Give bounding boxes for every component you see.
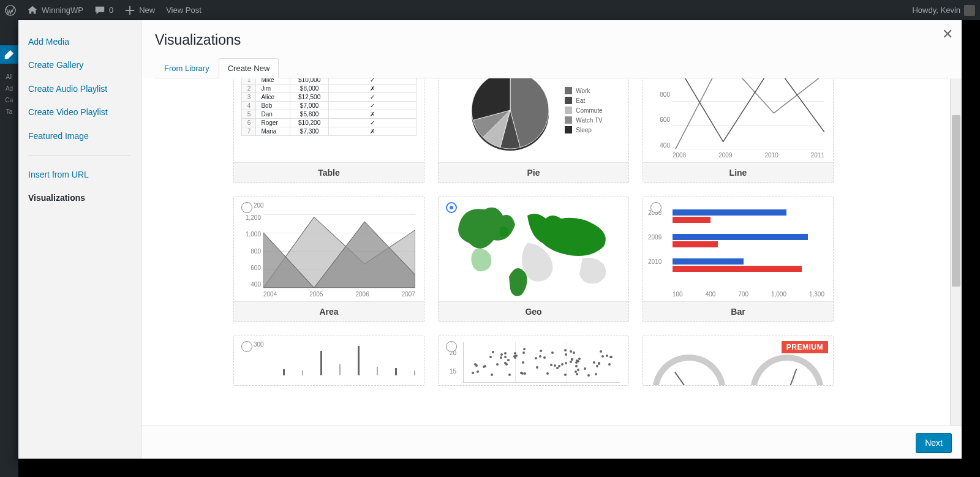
view-post-label: View Post <box>166 6 202 15</box>
view-post-link[interactable]: View Post <box>166 6 202 15</box>
new-link[interactable]: New <box>124 5 155 16</box>
menu-text: Ca <box>6 97 13 103</box>
axis-y-ticks: 1,2001,000800600400 <box>236 214 261 288</box>
axis-y-ticks: 1,000800600400 <box>646 78 670 149</box>
line-chart-icon <box>673 78 824 149</box>
sidebar-item-add-media[interactable]: Add Media <box>18 30 141 53</box>
tick-label: 200 <box>254 202 264 209</box>
tile-line[interactable]: 1,000800600400 2008200920102011 Line <box>643 78 834 183</box>
tabs: From Library Create New <box>155 58 948 78</box>
tile-label: Line <box>643 162 833 182</box>
axis-x-ticks: 2008200920102011 <box>673 152 824 159</box>
tile-label: Bar <box>643 301 833 321</box>
radio-bar[interactable] <box>650 202 662 213</box>
pie-chart-icon <box>464 78 556 156</box>
modal-sidebar: Add Media Create Gallery Create Audio Pl… <box>18 20 141 459</box>
tile-label: Area <box>234 301 424 321</box>
new-label: New <box>139 6 155 15</box>
radio-column[interactable] <box>241 341 252 352</box>
radio-geo[interactable] <box>446 202 457 213</box>
sidebar-item-create-audio-playlist[interactable]: Create Audio Playlist <box>18 77 141 100</box>
page-title: Visualizations <box>155 31 948 49</box>
tile-scatter[interactable]: 20 15 <box>438 336 629 386</box>
close-icon[interactable]: ✕ <box>942 26 953 42</box>
howdy-text: Howdy, Kevin <box>912 6 960 15</box>
bar-chart-icon: 200820092010 <box>673 209 824 288</box>
table-preview: NameSalaryFull Time Employee1Mike$10,000… <box>241 78 416 136</box>
menu-posts-icon[interactable] <box>0 45 18 64</box>
chart-type-grid: NameSalaryFull Time Employee1Mike$10,000… <box>141 78 950 399</box>
comments-count: 0 <box>109 6 113 15</box>
menu-text: Ta <box>6 108 13 115</box>
tile-grid-scroll[interactable]: NameSalaryFull Time Employee1Mike$10,000… <box>141 78 950 426</box>
sidebar-item-create-gallery[interactable]: Create Gallery <box>18 53 141 77</box>
media-modal: Add Media Create Gallery Create Audio Pl… <box>18 20 962 459</box>
menu-text: Ad <box>6 85 13 92</box>
tick-label: 300 <box>254 341 264 348</box>
tile-label: Geo <box>439 301 628 321</box>
tab-create-new[interactable]: Create New <box>219 58 279 78</box>
modal-header: Visualizations From Library Create New <box>141 20 962 78</box>
tile-geo[interactable]: Geo <box>438 197 629 322</box>
tab-from-library[interactable]: From Library <box>155 58 219 78</box>
tile-bar[interactable]: 200820092010 1004007001,0001,300 Bar <box>643 197 834 322</box>
menu-text: All <box>6 73 12 80</box>
site-name-text: WinningWP <box>42 6 83 15</box>
radio-scatter[interactable] <box>446 341 457 352</box>
next-button[interactable]: Next <box>916 433 952 453</box>
sidebar-item-insert-from-url[interactable]: Insert from URL <box>18 163 141 186</box>
pie-legend: WorkEatCommuteWatch TVSleep <box>565 85 602 136</box>
tile-pie[interactable]: WorkEatCommuteWatch TVSleep Pie <box>438 78 629 183</box>
sidebar-item-visualizations[interactable]: Visualizations <box>18 186 141 209</box>
sidebar-item-featured-image[interactable]: Featured Image <box>18 124 141 148</box>
tile-label: Pie <box>439 162 628 182</box>
axis-x-ticks: 2004200520062007 <box>263 291 415 298</box>
premium-badge: PREMIUM <box>782 341 828 353</box>
sidebar-item-create-video-playlist[interactable]: Create Video Playlist <box>18 100 141 124</box>
scrollbar-thumb[interactable] <box>952 115 960 287</box>
radio-area[interactable] <box>241 202 252 213</box>
site-name-link[interactable]: WinningWP <box>27 5 83 16</box>
modal-main: ✕ Visualizations From Library Create New… <box>141 20 962 459</box>
area-chart-icon <box>263 214 415 288</box>
tile-label: Table <box>234 162 424 182</box>
tile-gauge[interactable]: PREMIUM <box>643 336 834 386</box>
howdy-link[interactable]: Howdy, Kevin <box>912 5 975 16</box>
wp-admin-menu: All Ad Ca Ta <box>0 20 18 477</box>
avatar-icon <box>964 5 975 16</box>
tile-area[interactable]: 200 1,2001,000800600400 2004200520062007… <box>233 197 424 322</box>
tick-label: 15 <box>450 368 456 375</box>
tile-column[interactable]: 300 <box>233 336 424 386</box>
scrollbar[interactable] <box>950 78 962 426</box>
modal-toolbar: Next <box>141 426 962 459</box>
wp-admin-bar: WinningWP 0 New View Post Howdy, Kevin <box>0 0 980 20</box>
gauge-icon <box>652 355 726 385</box>
gauge-icon <box>750 355 824 385</box>
tile-table[interactable]: NameSalaryFull Time Employee1Mike$10,000… <box>233 78 424 183</box>
wp-logo-icon[interactable] <box>5 5 16 16</box>
comments-link[interactable]: 0 <box>94 5 113 16</box>
geo-map-icon <box>439 197 628 301</box>
axis-x-ticks: 1004007001,0001,300 <box>673 291 824 298</box>
